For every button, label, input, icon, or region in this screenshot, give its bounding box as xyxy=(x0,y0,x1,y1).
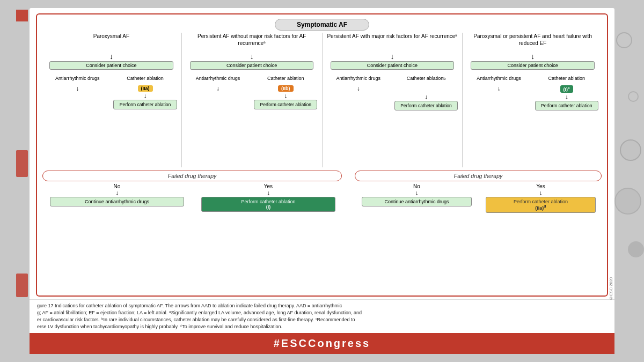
bg-right-circle5 xyxy=(628,241,644,257)
perform-ablation-left-box: Perform catheter ablation(I) xyxy=(201,197,335,212)
bg-left-bottom-square xyxy=(16,274,28,297)
failed-right-box: Failed drug therapy xyxy=(355,171,602,181)
continue-drugs-right-box: Continue antiarrhythmic drugs xyxy=(362,197,471,206)
col1-arrow2: ↓ xyxy=(144,92,147,100)
column-2: Persistent AF without major risk factors… xyxy=(183,33,321,167)
col4-arrow2: ↓ xyxy=(565,93,568,101)
col4-arrow1: ↓ xyxy=(531,52,535,61)
col4-perform-box: Perform catheter ablation xyxy=(535,101,598,110)
col3-sub: Antiarrhythmic drugs ↓ Catheter ablation… xyxy=(325,72,460,110)
col4-choice-box: Consider patient choice xyxy=(471,61,595,70)
yes-arrow: ↓ xyxy=(267,189,270,197)
col2-choice-box: Consider patient choice xyxy=(190,61,314,70)
col2-catheter-label: Catheter ablation xyxy=(267,72,304,85)
col3-drug-arrow: ↓ xyxy=(357,85,360,92)
symptomatic-af-row: Symptomatic AF xyxy=(42,19,602,31)
failed-drug-row: Failed drug therapy Failed drug therapy xyxy=(42,171,602,181)
col2-arrow1: ↓ xyxy=(250,52,254,61)
no-label-right: No xyxy=(413,183,420,189)
col1-choice-box: Consider patient choice xyxy=(49,61,173,70)
col4-drug-col: Antiarrhythmic drugs ↓ xyxy=(465,72,532,110)
four-columns: Paroxysmal AF ↓ Consider patient choice … xyxy=(42,33,602,167)
col3-drug-label: Antiarrhythmic drugs xyxy=(336,72,380,85)
banner-text: #ESCCongress xyxy=(274,337,371,349)
column-3: Persistent AF with major risk factors fo… xyxy=(324,33,462,167)
col3-arrow1: ↓ xyxy=(390,52,394,61)
yes-label: Yes xyxy=(264,183,273,189)
no-arrow-right: ↓ xyxy=(415,189,418,197)
col3-catheter-col: Catheter ablationb ↓ Perform catheter ab… xyxy=(393,72,459,110)
col3-choice-box: Consider patient choice xyxy=(331,61,455,70)
esc-watermark: ©ESC 2020 xyxy=(609,277,613,300)
col4-catheter-label: Catheter ablation xyxy=(548,72,586,85)
perform-ablation-right-box: Perform catheter ablation(IIa)d xyxy=(486,197,595,213)
col2-badge: (IIb) xyxy=(278,85,294,92)
col2-arrow2: ↓ xyxy=(284,92,287,100)
lower-no-col-right: No ↓ Continue antiarrhythmic drugs xyxy=(356,183,478,291)
flowchart-outer-border: Symptomatic AF Paroxysmal AF ↓ Consider … xyxy=(36,13,608,297)
col3-catheter-label: Catheter ablationb xyxy=(407,72,446,85)
bg-right-circles xyxy=(616,32,632,48)
failed-left-box: Failed drug therapy xyxy=(42,171,342,181)
lower-yes-col: Yes ↓ Perform catheter ablation(I) xyxy=(194,183,343,291)
caption-area: gure 17 Indications for catheter ablatio… xyxy=(30,299,614,333)
lower-no-col: No ↓ Continue antiarrhythmic drugs xyxy=(42,183,192,291)
col1-catheter-label: Catheter ablation xyxy=(127,72,164,85)
column-1: Paroxysmal AF ↓ Consider patient choice … xyxy=(42,33,180,167)
main-content: Symptomatic AF Paroxysmal AF ↓ Consider … xyxy=(30,8,614,354)
yes-label-right: Yes xyxy=(536,183,545,189)
continue-drugs-box: Continue antiarrhythmic drugs xyxy=(50,197,184,206)
col2-drug-col: Antiarrhythmic drugs ↓ xyxy=(185,72,251,109)
col2-drug-label: Antiarrhythmic drugs xyxy=(196,72,240,85)
col4-drug-arrow: ↓ xyxy=(497,85,500,92)
col4-badge: (I)c xyxy=(560,85,573,93)
col1-sub: Antiarrhythmic drugs ↓ Catheter ablation… xyxy=(44,72,179,109)
bg-right-circle3 xyxy=(620,139,641,161)
bg-left-top-square xyxy=(16,10,28,21)
col1-arrow1: ↓ xyxy=(109,52,113,61)
lower-right-half: No ↓ Continue antiarrhythmic drugs Yes ↓… xyxy=(356,183,602,291)
caption-line1: gure 17 Indications for catheter ablatio… xyxy=(37,302,607,309)
caption-line4: erse LV dysfunction when tachycardiomyop… xyxy=(37,323,607,330)
col1-catheter-col: Catheter ablation (IIa) ↓ Perform cathet… xyxy=(112,72,178,109)
col1-drug-arrow: ↓ xyxy=(76,85,79,92)
col4-drug-label: Antiarrhythmic drugs xyxy=(477,72,521,85)
col2-drug-arrow: ↓ xyxy=(216,85,219,92)
bg-right-circle4 xyxy=(614,188,641,215)
col3-drug-col: Antiarrhythmic drugs ↓ xyxy=(325,72,392,110)
col1-perform-box: Perform catheter ablation xyxy=(113,100,177,109)
col3-header: Persistent AF with major risk factors fo… xyxy=(327,33,457,51)
column-4: Paroxysmal or persistent AF and heart fa… xyxy=(464,33,602,167)
col3-perform-box: Perform catheter ablation xyxy=(394,101,458,110)
col2-header: Persistent AF without major risk factors… xyxy=(185,33,319,51)
caption-line3: er cardiovascular risk factors. ᵇIn rare… xyxy=(37,316,607,323)
no-label: No xyxy=(114,183,121,189)
col1-header: Paroxysmal AF xyxy=(93,33,129,51)
flowchart-section: Symptomatic AF Paroxysmal AF ↓ Consider … xyxy=(30,8,614,299)
col1-drug-label: Antiarrhythmic drugs xyxy=(55,72,100,85)
caption-line2: g; AF = atrial fibrillation; EF = ejecti… xyxy=(37,309,607,316)
bottom-banner: #ESCCongress xyxy=(30,333,614,354)
col3-arrow2: ↓ xyxy=(425,93,428,101)
col2-catheter-col: Catheter ablation (IIb) ↓ Perform cathet… xyxy=(252,72,319,109)
bg-right-circle2 xyxy=(628,91,639,102)
col1-drug-col: Antiarrhythmic drugs ↓ xyxy=(44,72,111,109)
bg-left-mid-square xyxy=(16,150,28,177)
col4-catheter-col: Catheter ablation (I)c ↓ Perform cathete… xyxy=(533,72,600,110)
no-arrow: ↓ xyxy=(115,189,119,197)
lower-yes-col-right: Yes ↓ Perform catheter ablation(IIa)d xyxy=(480,183,602,291)
lower-left-half: No ↓ Continue antiarrhythmic drugs Yes ↓… xyxy=(42,183,343,291)
col4-sub: Antiarrhythmic drugs ↓ Catheter ablation… xyxy=(465,72,600,110)
yes-arrow-right: ↓ xyxy=(539,189,542,197)
symptomatic-af-box: Symptomatic AF xyxy=(275,19,369,31)
col1-badge: (IIa) xyxy=(138,85,153,92)
symptomatic-af-label: Symptomatic AF xyxy=(297,21,347,28)
col2-perform-box: Perform catheter ablation xyxy=(254,100,317,109)
col2-sub: Antiarrhythmic drugs ↓ Catheter ablation… xyxy=(185,72,319,109)
col4-header: Paroxysmal or persistent AF and heart fa… xyxy=(465,33,600,51)
lower-section: No ↓ Continue antiarrhythmic drugs Yes ↓… xyxy=(42,183,602,291)
